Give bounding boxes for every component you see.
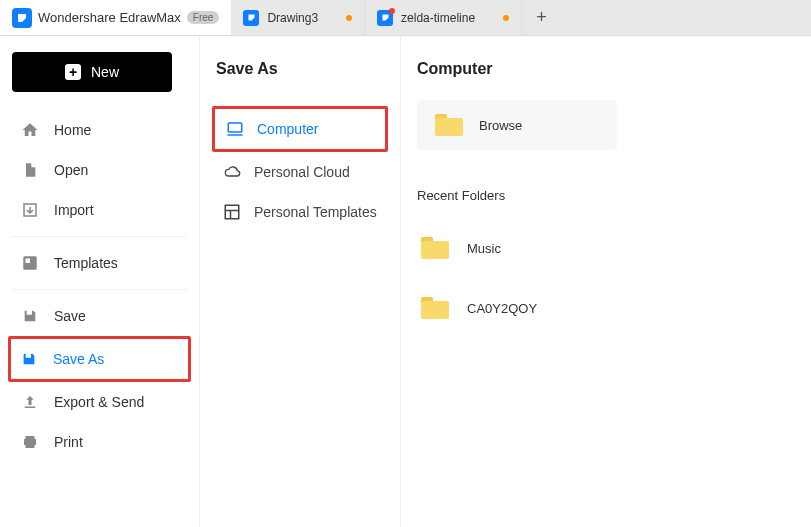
app-name: Wondershare EdrawMax [38,10,181,25]
sidebar-item-save-as[interactable]: Save As [11,339,188,379]
save-target-label: Personal Cloud [254,164,350,180]
modified-indicator-icon [503,15,509,21]
new-button-label: New [91,64,119,80]
save-target-label: Computer [257,121,318,137]
highlight-save-as: Save As [8,336,191,382]
save-as-title: Save As [212,60,388,78]
save-as-panel: Save As Computer Personal Cloud Personal… [200,36,400,527]
folder-icon [421,237,449,259]
sidebar-item-import[interactable]: Import [12,190,187,230]
app-badge: Free [187,11,220,24]
sidebar-item-label: Print [54,434,83,450]
sidebar-item-label: Home [54,122,91,138]
location-panel: Computer Browse Recent Folders Music CA0… [400,36,811,527]
sidebar-item-label: Save [54,308,86,324]
sidebar-item-label: Save As [53,351,104,367]
tab-label: zelda-timeline [401,11,475,25]
svg-rect-1 [26,259,31,264]
plus-icon: + [65,64,81,80]
import-icon [20,200,40,220]
folder-icon [421,297,449,319]
document-tab[interactable]: Drawing3 [231,0,365,35]
save-target-label: Personal Templates [254,204,377,220]
content-area: + New Home Open Import Templates [0,36,811,527]
cloud-icon [222,162,242,182]
computer-icon [225,119,245,139]
save-as-icon [19,349,39,369]
templates-icon [20,253,40,273]
browse-label: Browse [479,118,522,133]
sidebar-item-templates[interactable]: Templates [12,243,187,283]
sidebar-item-print[interactable]: Print [12,422,187,462]
sidebar-item-home[interactable]: Home [12,110,187,150]
recent-folder-name: Music [467,241,501,256]
location-title: Computer [417,60,795,78]
new-tab-button[interactable]: + [522,7,561,28]
sidebar-item-open[interactable]: Open [12,150,187,190]
sidebar-item-export-send[interactable]: Export & Send [12,382,187,422]
document-icon [243,10,259,26]
sidebar-item-save[interactable]: Save [12,296,187,336]
document-icon [20,160,40,180]
document-tab[interactable]: zelda-timeline [365,0,522,35]
divider [12,289,187,290]
sidebar-item-label: Open [54,162,88,178]
modified-indicator-icon [346,15,352,21]
recent-folder-item[interactable]: CA0Y2QOY [417,287,795,329]
home-icon [20,120,40,140]
sidebar: + New Home Open Import Templates [0,36,200,527]
new-button[interactable]: + New [12,52,172,92]
tab-label: Drawing3 [267,11,318,25]
browse-button[interactable]: Browse [417,100,617,150]
sidebar-item-label: Templates [54,255,118,271]
recent-folder-item[interactable]: Music [417,227,795,269]
save-icon [20,306,40,326]
folder-icon [435,114,463,136]
save-target-computer[interactable]: Computer [215,109,385,149]
svg-rect-2 [228,123,242,132]
app-logo-icon [12,8,32,28]
sidebar-item-label: Import [54,202,94,218]
app-tab[interactable]: Wondershare EdrawMax Free [0,0,231,35]
divider [12,236,187,237]
save-target-personal-cloud[interactable]: Personal Cloud [212,152,388,192]
recent-folders-heading: Recent Folders [417,188,795,203]
templates-icon [222,202,242,222]
export-icon [20,392,40,412]
svg-rect-4 [225,205,239,219]
highlight-computer: Computer [212,106,388,152]
recent-folder-name: CA0Y2QOY [467,301,537,316]
print-icon [20,432,40,452]
save-target-personal-templates[interactable]: Personal Templates [212,192,388,232]
tab-bar: Wondershare EdrawMax Free Drawing3 zelda… [0,0,811,36]
document-icon [377,10,393,26]
sidebar-item-label: Export & Send [54,394,144,410]
